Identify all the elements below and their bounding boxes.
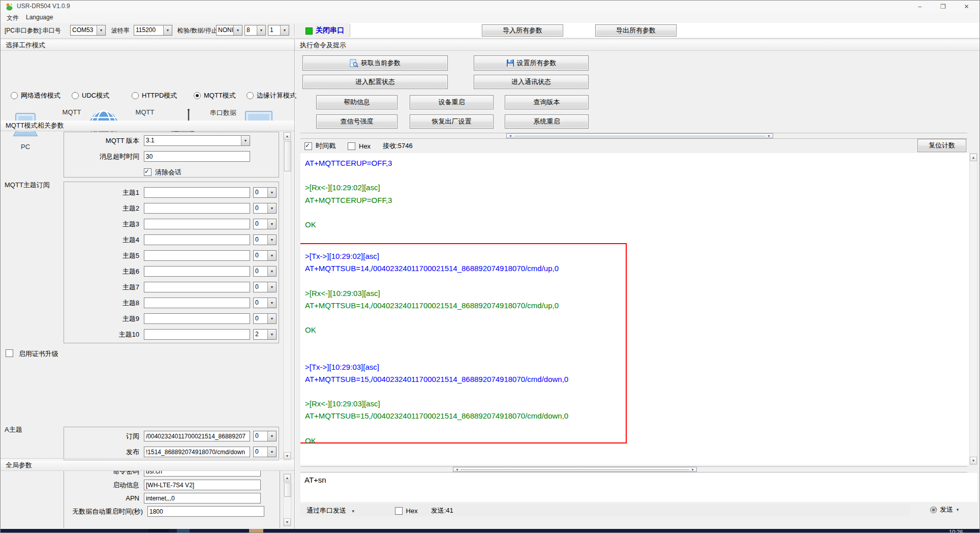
chevron-down-icon[interactable]: ▼ [267, 266, 276, 276]
topic-qos-select[interactable]: 0▼ [253, 234, 277, 245]
topic-input[interactable] [144, 234, 250, 245]
hex-tx-checkbox[interactable] [395, 507, 403, 515]
chevron-down-icon[interactable]: ▼ [280, 25, 289, 35]
chevron-down-icon[interactable]: ▼ [267, 188, 276, 197]
close-port-button[interactable]: 关闭串口 [316, 26, 344, 35]
topic-qos-select[interactable]: 0▼ [253, 266, 277, 277]
chevron-down-icon[interactable]: ▼ [267, 447, 276, 457]
timestamp-checkbox[interactable] [304, 142, 312, 150]
global-params-scrollbar[interactable]: ▲ ▼ [283, 473, 291, 526]
parity-select[interactable]: NONI ▼ [216, 25, 242, 36]
chevron-down-icon[interactable]: ▼ [257, 25, 265, 35]
topic-input[interactable] [144, 203, 250, 214]
topic-qos-select[interactable]: 0▼ [253, 298, 277, 308]
hex-rx-checkbox[interactable] [348, 142, 355, 150]
topic-qos-select[interactable]: 0▼ [253, 313, 277, 324]
topic-input[interactable] [144, 219, 250, 229]
scroll-up-icon[interactable]: ▲ [970, 154, 977, 161]
topic-qos-select[interactable]: 0▼ [253, 282, 277, 292]
chevron-down-icon[interactable]: ▼ [233, 25, 242, 35]
topic-input[interactable] [144, 282, 250, 292]
topic-qos-select[interactable]: 0▼ [253, 203, 277, 214]
topic-input[interactable] [144, 298, 250, 308]
log-area[interactable]: AT+MQTTCERUP=OFF,3>[Rx<-][10:29:02][asc]… [300, 153, 969, 465]
apn-input[interactable] [144, 493, 261, 504]
subscribe-qos-select[interactable]: 0 ▼ [253, 431, 277, 441]
mqtt-params-scrollbar[interactable]: ▲ ▼ [283, 132, 291, 460]
log-horizontal-scrollbar[interactable]: ▼ ▼ [300, 133, 967, 139]
device-restart-button[interactable]: 设备重启 [410, 95, 494, 109]
import-params-button[interactable]: 导入所有参数 [482, 24, 563, 37]
send-text-area[interactable]: AT+sn [300, 473, 977, 502]
chevron-down-icon[interactable]: ▼ [267, 298, 276, 308]
factory-reset-button[interactable]: 恢复出厂设置 [410, 114, 494, 129]
scrollbar-thumb[interactable]: ▼ ▼ [453, 467, 697, 472]
boot-info-input[interactable] [144, 480, 261, 490]
log-vertical-scrollbar[interactable]: ▲ ▼ [969, 153, 977, 465]
query-signal-button[interactable]: 查信号强度 [316, 114, 397, 129]
export-params-button[interactable]: 导出所有参数 [595, 24, 677, 37]
enter-comm-button[interactable]: 进入通讯状态 [474, 75, 589, 89]
publish-qos-select[interactable]: 0 ▼ [253, 447, 277, 457]
menu-file[interactable]: 文件 [7, 14, 19, 22]
scrollbar-thumb[interactable] [284, 141, 291, 171]
subscribe-topic-input[interactable] [144, 431, 250, 441]
no-data-restart-input[interactable] [147, 506, 264, 517]
menu-language[interactable]: Language [26, 14, 53, 21]
topic-input[interactable] [144, 187, 250, 198]
cert-upgrade-checkbox[interactable] [6, 349, 13, 357]
msg-timeout-input[interactable] [144, 151, 250, 162]
topic-input[interactable] [144, 313, 250, 324]
work-mode-option[interactable]: MQTT模式 [194, 91, 236, 100]
topic-qos-select[interactable]: 0▼ [253, 187, 277, 198]
reset-count-button[interactable]: 复位计数 [917, 139, 966, 152]
topic-qos-select[interactable]: 0▼ [253, 250, 277, 261]
stopbits-select[interactable]: 1 ▼ [268, 25, 289, 36]
topic-input[interactable] [144, 329, 250, 340]
port-select[interactable]: COM53 ▼ [70, 25, 106, 36]
chevron-down-icon[interactable]: ▼ [97, 25, 105, 35]
chevron-down-icon[interactable]: ▼ [267, 330, 276, 339]
chevron-down-icon[interactable]: ▼ [267, 251, 276, 260]
chevron-down-icon[interactable]: ▼ [267, 431, 276, 441]
baud-select[interactable]: 115200 ▼ [134, 25, 172, 36]
scroll-up-icon[interactable]: ▲ [284, 132, 291, 140]
set-params-button[interactable]: 设置所有参数 [474, 55, 589, 71]
close-button[interactable]: ✕ [955, 1, 978, 13]
clean-session-checkbox[interactable] [144, 168, 151, 176]
chevron-down-icon[interactable]: ▼ [267, 314, 276, 323]
topic-input[interactable] [144, 266, 250, 277]
mqtt-version-select[interactable]: 3.1 ▼ [144, 135, 250, 146]
topic-input[interactable] [144, 250, 250, 261]
chevron-down-icon[interactable]: ▼ [267, 203, 276, 213]
chevron-down-icon[interactable]: ▼ [241, 136, 250, 145]
get-params-button[interactable]: 获取当前参数 [302, 55, 448, 71]
work-mode-option[interactable]: UDC模式 [72, 91, 109, 100]
minimize-button[interactable]: – [908, 1, 931, 13]
scrollbar-thumb[interactable]: ▼ ▼ [506, 133, 773, 138]
cmd-password-input[interactable] [144, 471, 261, 477]
work-mode-option[interactable]: 网络透传模式 [11, 91, 60, 100]
maximize-button[interactable]: ❐ [932, 1, 955, 13]
send-horizontal-scrollbar[interactable]: ▼ ▼ [300, 466, 967, 472]
topic-qos-select[interactable]: 0▼ [253, 219, 277, 229]
query-version-button[interactable]: 查询版本 [505, 95, 589, 109]
chevron-down-icon[interactable]: ▼ [163, 25, 172, 35]
scroll-up-icon[interactable]: ▲ [284, 474, 291, 482]
chevron-down-icon[interactable]: ▼ [267, 282, 276, 292]
chevron-down-icon[interactable]: ▼ [267, 235, 276, 245]
scrollbar-thumb[interactable] [284, 483, 291, 497]
work-mode-option[interactable]: 边缘计算模式 [247, 91, 296, 100]
topic-qos-select[interactable]: 2▼ [253, 329, 277, 340]
scroll-down-icon[interactable]: ▼ [284, 518, 291, 526]
chevron-down-icon[interactable]: ▼ [267, 219, 276, 229]
databits-select[interactable]: 8 ▼ [244, 25, 266, 36]
send-button[interactable]: 发送 ▼ [930, 505, 960, 514]
system-restart-button[interactable]: 系统重启 [505, 114, 589, 129]
chevron-down-icon[interactable]: ▼ [956, 508, 960, 512]
scroll-down-icon[interactable]: ▼ [970, 457, 977, 464]
send-via-dropdown[interactable]: 通过串口发送 ▼ [307, 506, 355, 515]
help-info-button[interactable]: 帮助信息 [316, 95, 397, 109]
enter-config-button[interactable]: 进入配置状态 [302, 75, 448, 89]
publish-topic-input[interactable] [144, 447, 250, 457]
